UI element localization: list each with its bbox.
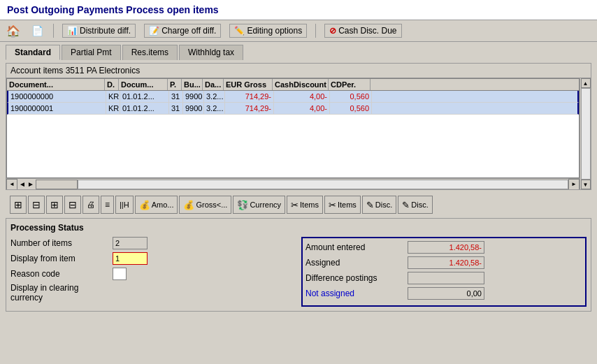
number-of-items-input[interactable] (113, 237, 148, 249)
cell-da-2: 3.2... (204, 103, 225, 114)
title-bar: Post Outgoing Payments Process open item… (0, 0, 597, 20)
h-scrollbar-track (78, 180, 568, 189)
display-from-label: Display from item (10, 254, 108, 263)
cell-p-2: 31 (169, 103, 183, 114)
tab-res-items[interactable]: Res.items (122, 45, 178, 60)
cell-eur-gross-2: 714,29- (225, 103, 274, 114)
reason-code-row: Reason code (10, 268, 287, 280)
reason-code-input[interactable] (113, 268, 127, 280)
edit-icon[interactable]: 📄 (29, 23, 45, 38)
charge-off-label: Charge off diff. (161, 26, 216, 36)
not-assigned-label[interactable]: Not assigned (305, 289, 403, 298)
btn-print[interactable]: 🖨 (82, 196, 99, 214)
editing-options-button[interactable]: ✏️ Editing options (229, 24, 307, 38)
separator-2 (315, 24, 316, 38)
number-of-items-row: Number of items (10, 237, 287, 249)
col-docum: Docum... (119, 79, 168, 90)
col-document: Document... (7, 79, 105, 90)
cell-da-1: 3.2... (204, 91, 225, 102)
amo-label: Amo... (152, 201, 174, 209)
btn-hh[interactable]: ||H (115, 196, 134, 214)
cell-bu-1: 9900 (183, 91, 204, 102)
cell-cash-discount-2: 4,00- (274, 103, 330, 114)
cash-disc-button[interactable]: ⊘ Cash Disc. Due (324, 24, 401, 38)
tab-partial-pmt[interactable]: Partial Pmt (62, 45, 121, 60)
difference-label: Difference postings (305, 273, 403, 283)
nav-next-icon[interactable]: ► (27, 180, 34, 188)
display-from-input[interactable] (113, 252, 148, 265)
items-button-2[interactable]: ✂ Items (324, 196, 361, 214)
display-clearing-label: Display in clearing currency (10, 283, 108, 303)
account-panel: Account items 3511 PA Electronics Docume… (6, 63, 591, 190)
distribute-diff-label: Distribute diff. (80, 26, 131, 36)
col-cdper: CDPer. (329, 79, 371, 90)
btn-icon-4[interactable]: ⊟ (64, 196, 81, 214)
tab-withhldg-tax[interactable]: Withhldg tax (179, 45, 243, 60)
cell-eur-gross-1: 714,29- (225, 91, 274, 102)
cell-doc-num-2: 1900000001 (8, 103, 106, 114)
table-main: Document... D. Docum... P. Bu... Da... E… (6, 78, 580, 189)
empty-rows (7, 115, 579, 177)
btn-icon-3[interactable]: ⊞ (46, 196, 63, 214)
not-assigned-value[interactable] (408, 287, 484, 300)
btn-icon-1[interactable]: ⊞ (10, 196, 27, 214)
account-title: Account items 3511 PA Electronics (10, 66, 140, 75)
amount-entered-value[interactable] (408, 241, 484, 254)
display-from-item-row: Display from item (10, 252, 287, 265)
reason-code-label: Reason code (10, 269, 108, 279)
disc-label-1: Disc. (375, 201, 392, 209)
charge-off-button[interactable]: 📝 Charge off diff. (144, 24, 221, 38)
scroll-left-button[interactable]: ◄ (6, 179, 17, 190)
home-icon[interactable]: 🏠 (6, 23, 21, 38)
scroll-up-button[interactable]: ▲ (581, 78, 591, 88)
main-content: Account items 3511 PA Electronics Docume… (0, 60, 597, 314)
table-container: Document... D. Docum... P. Bu... Da... E… (6, 78, 580, 178)
cell-bu-2: 9900 (183, 103, 204, 114)
btn-icon-2[interactable]: ⊟ (28, 196, 45, 214)
cell-doc-num-1: 1900000000 (8, 91, 106, 102)
nav-arrows-left: ◄ ► (17, 179, 36, 189)
action-buttons: ⊞ ⊟ ⊞ ⊟ 🖨 ≡ ||H 💰 Amo... 💰 Gross<... 💱 C… (6, 193, 591, 217)
items-button-1[interactable]: ✂ Items (287, 196, 323, 214)
disc-label-2: Disc. (411, 201, 428, 209)
account-header: Account items 3511 PA Electronics (6, 64, 591, 78)
btn-list[interactable]: ≡ (101, 196, 114, 214)
table-body: 1900000000 KR 01.01.2... 31 9900 3.2... … (7, 91, 579, 177)
items-label-2: Items (338, 201, 357, 209)
display-clearing-row: Display in clearing currency (10, 283, 287, 303)
cell-cash-discount-1: 4,00- (274, 91, 330, 102)
tabs: Standard Partial Pmt Res.items Withhldg … (0, 42, 597, 60)
assigned-value[interactable] (408, 256, 484, 269)
not-assigned-row: Not assigned (305, 287, 582, 300)
assigned-label: Assigned (305, 258, 403, 268)
currency-button[interactable]: 💱 Currency (233, 196, 285, 214)
status-title: Processing Status (10, 223, 587, 233)
separator-1 (53, 24, 54, 38)
scroll-down-button[interactable]: ▼ (581, 180, 591, 189)
disc-button-1[interactable]: ✎ Disc. (362, 196, 396, 214)
table-row[interactable]: 1900000000 KR 01.01.2... 31 9900 3.2... … (7, 91, 579, 103)
nav-prev-icon[interactable]: ◄ (19, 180, 26, 188)
disc-button-2[interactable]: ✎ Disc. (398, 196, 432, 214)
h-scrollbar-thumb[interactable] (36, 180, 78, 189)
cell-cdper-2: 0,560 (330, 103, 372, 114)
items-label-1: Items (300, 201, 319, 209)
distribute-diff-button[interactable]: 📊 Distribute diff. (62, 24, 136, 38)
status-content: Number of items Display from item Reason… (10, 237, 587, 307)
horizontal-scrollbar: ◄ ◄ ► ► (6, 178, 580, 189)
table-row[interactable]: 1900000001 KR 01.01.2... 31 9900 3.2... … (7, 103, 579, 115)
cell-p-1: 31 (169, 91, 183, 102)
col-cash-discount: CashDiscount (273, 79, 329, 90)
difference-postings-row: Difference postings (305, 272, 582, 284)
col-p: P. (168, 79, 182, 90)
tab-standard[interactable]: Standard (6, 45, 60, 60)
amo-button[interactable]: 💰 Amo... (135, 196, 178, 214)
table-outer: Document... D. Docum... P. Bu... Da... E… (6, 78, 591, 189)
status-left: Number of items Display from item Reason… (10, 237, 287, 307)
scroll-right-button[interactable]: ► (568, 179, 580, 190)
difference-value[interactable] (408, 272, 484, 284)
currency-label: Currency (250, 201, 281, 209)
cell-d-2: KR (106, 103, 120, 114)
charge-off-icon: 📝 (149, 26, 159, 36)
gross-button[interactable]: 💰 Gross<... (179, 196, 231, 214)
